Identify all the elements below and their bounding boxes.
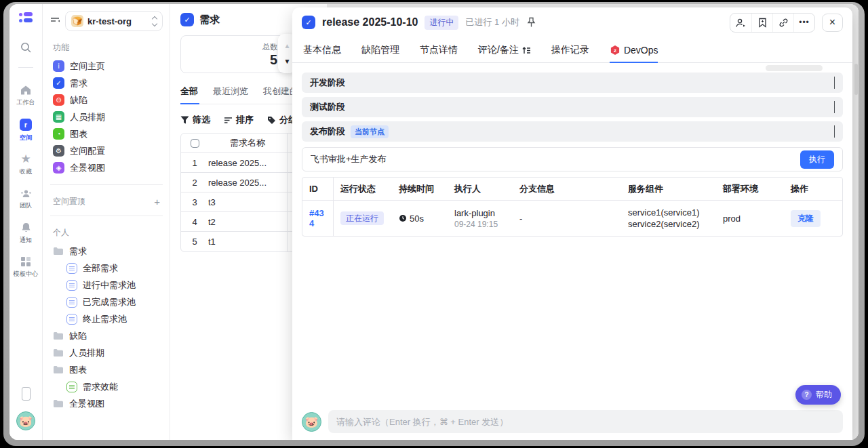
total-value: 5 — [270, 52, 277, 67]
sidebar-item-panorama[interactable]: ◈ 全景视图 — [50, 159, 163, 176]
team-icon — [20, 188, 33, 199]
tree-item-all-requirements[interactable]: 全部需求 — [50, 260, 163, 277]
tree-folder-panorama[interactable]: 全景视图 — [50, 395, 163, 412]
window-frame: 工作台 r 空间 ★ 收藏 团队 通知 模板中心 — [3, 2, 865, 446]
more-icon[interactable]: ••• — [793, 14, 814, 32]
stepper-up-icon[interactable]: ▲ — [284, 42, 291, 49]
pipeline-card: 飞书审批+生产发布 执行 — [302, 147, 843, 171]
run-env: prod — [716, 213, 784, 224]
work-item-status-badge[interactable]: 进行中 — [425, 16, 458, 30]
pipeline-runs-table: ID 运行状态 持续时间 执行人 分支信息 服务组件 部署环境 操作 #434 … — [302, 177, 843, 237]
sort-icon — [224, 117, 233, 124]
search-icon[interactable] — [20, 41, 32, 54]
sidebar-divider — [50, 184, 163, 185]
run-branch: - — [513, 213, 621, 224]
run-duration: 50s — [410, 213, 424, 224]
tab-defect-management[interactable]: 缺陷管理 — [361, 37, 399, 62]
comment-sort-icon — [522, 46, 531, 54]
tree-item-completed-pool[interactable]: 已完成需求池 — [50, 293, 163, 310]
org-selector[interactable]: 🍞 kr-test-org — [65, 11, 163, 31]
add-pinned-button[interactable]: + — [154, 196, 160, 207]
tab-node-details[interactable]: 节点详情 — [420, 37, 458, 62]
runs-header-row: ID 运行状态 持续时间 执行人 分支信息 服务组件 部署环境 操作 — [302, 178, 842, 201]
sidebar-item-charts[interactable]: ◔ 图表 — [50, 125, 163, 142]
elapsed-time: 已进行 1 小时 — [465, 16, 519, 28]
tree-folder-staff-schedule[interactable]: 人员排期 — [50, 344, 163, 361]
space-settings-icon: ⚙ — [53, 145, 64, 157]
sidebar-divider — [50, 216, 163, 216]
tab-devops[interactable]: z DevOps — [610, 37, 658, 62]
clone-button[interactable]: 克隆 — [791, 210, 821, 227]
sidebar-item-staff-schedule[interactable]: ▦ 人员排期 — [50, 108, 163, 125]
grid-icon — [20, 256, 31, 267]
rail-item-template-center[interactable]: 模板中心 — [12, 256, 39, 279]
requirements-icon: ✓ — [53, 77, 64, 89]
run-id-link[interactable]: #434 — [309, 208, 326, 228]
pin-icon[interactable] — [526, 17, 536, 28]
help-button[interactable]: ? 帮助 — [795, 385, 841, 405]
list-view-icon — [66, 280, 77, 291]
sidebar-item-space-home[interactable]: i 空间主页 — [50, 58, 163, 75]
filter-button[interactable]: 筛选 — [180, 114, 210, 126]
funnel-icon — [180, 116, 189, 124]
tree-folder-charts[interactable]: 图表 — [50, 361, 163, 378]
list-view-icon — [66, 297, 77, 308]
question-icon: ? — [802, 390, 812, 400]
sidebar-item-requirements[interactable]: ✓ 需求 — [50, 75, 163, 91]
folder-icon — [53, 247, 64, 256]
copy-link-icon[interactable] — [772, 14, 793, 32]
pipeline-name: 飞书审批+生产发布 — [311, 153, 387, 165]
stage-testing[interactable]: 测试阶段 — [302, 97, 843, 117]
run-button[interactable]: 执行 — [800, 150, 834, 169]
share-member-icon[interactable] — [730, 14, 751, 32]
select-all-checkbox[interactable] — [191, 139, 199, 148]
run-service-1: service1(service1) — [628, 207, 709, 218]
comment-input[interactable] — [328, 410, 843, 433]
tab-recently-viewed[interactable]: 最近浏览 — [213, 85, 248, 98]
stage-development[interactable]: 开发阶段 — [302, 73, 843, 93]
tag-icon — [267, 116, 276, 125]
user-avatar[interactable]: 🐷 — [16, 411, 35, 430]
sort-button[interactable]: 排序 — [224, 114, 254, 126]
bookmark-icon[interactable] — [751, 14, 772, 32]
tree-item-requirement-efficiency[interactable]: 需求效能 — [50, 378, 163, 395]
rail-item-favorites[interactable]: ★ 收藏 — [19, 154, 33, 176]
rail-item-notifications[interactable]: 通知 — [19, 222, 33, 245]
col-branch: 分支信息 — [513, 183, 621, 195]
col-action: 操作 — [784, 183, 842, 195]
stepper-down-icon[interactable]: ▼ — [284, 58, 291, 65]
rail-item-team[interactable]: 团队 — [19, 188, 33, 210]
close-icon[interactable]: × — [822, 14, 843, 32]
total-label: 总数 — [262, 42, 277, 52]
tree-folder-requirements[interactable]: 需求 — [50, 243, 163, 260]
mobile-app-icon[interactable] — [22, 387, 31, 401]
chevron-down-icon — [834, 77, 835, 89]
tab-operation-log[interactable]: 操作记录 — [551, 37, 589, 62]
run-service-2: service2(service2) — [628, 218, 709, 230]
requirements-check-icon: ✓ — [180, 13, 194, 26]
rail-item-workbench[interactable]: 工作台 — [16, 85, 36, 107]
tab-comments-notes[interactable]: 评论/备注 — [478, 37, 531, 62]
modal-tabs: 基本信息 缺陷管理 节点详情 评论/备注 操作记录 z DevOps — [292, 37, 852, 63]
staff-schedule-icon: ▦ — [53, 111, 64, 123]
tab-basic-info[interactable]: 基本信息 — [303, 37, 341, 62]
scrollbar-thumb[interactable] — [854, 64, 858, 95]
tree-folder-defects[interactable]: 缺陷 — [50, 327, 163, 344]
tree-item-terminated-pool[interactable]: 终止需求池 — [50, 310, 163, 327]
home-icon — [20, 85, 32, 96]
rail-item-space[interactable]: r 空间 — [19, 119, 33, 142]
col-env: 部署环境 — [716, 183, 784, 195]
app-logo-icon[interactable] — [19, 12, 33, 22]
chevron-up-icon — [834, 125, 835, 138]
sidebar-item-defects[interactable]: ⊖ 缺陷 — [50, 91, 163, 108]
list-view-icon — [66, 314, 77, 325]
stage-release[interactable]: 发布阶段 当前节点 — [302, 121, 843, 142]
tab-all[interactable]: 全部 — [180, 85, 198, 98]
active-tab-underline — [180, 103, 199, 104]
section-personal-title: 个人 — [53, 227, 160, 239]
devops-icon: z — [610, 45, 620, 56]
sidebar: 🍞 kr-test-org 功能 i 空间主页 ✓ 需求 ⊖ 缺陷 ▦ 人员排期… — [43, 4, 170, 440]
tree-item-inprogress-pool[interactable]: 进行中需求池 — [50, 277, 163, 293]
sidebar-item-space-settings[interactable]: ⚙ 空间配置 — [50, 142, 163, 159]
collapse-sidebar-icon[interactable] — [50, 16, 61, 26]
